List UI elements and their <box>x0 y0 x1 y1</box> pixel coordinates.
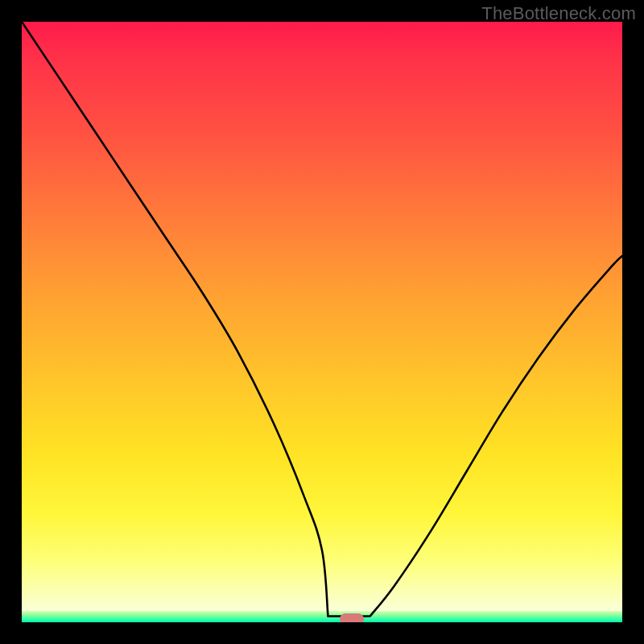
minimum-marker <box>340 613 364 622</box>
bottleneck-curve <box>22 22 622 622</box>
curve-path <box>22 22 622 617</box>
chart-frame: TheBottleneck.com <box>0 0 644 644</box>
watermark-text: TheBottleneck.com <box>481 3 636 24</box>
plot-area <box>22 22 622 622</box>
